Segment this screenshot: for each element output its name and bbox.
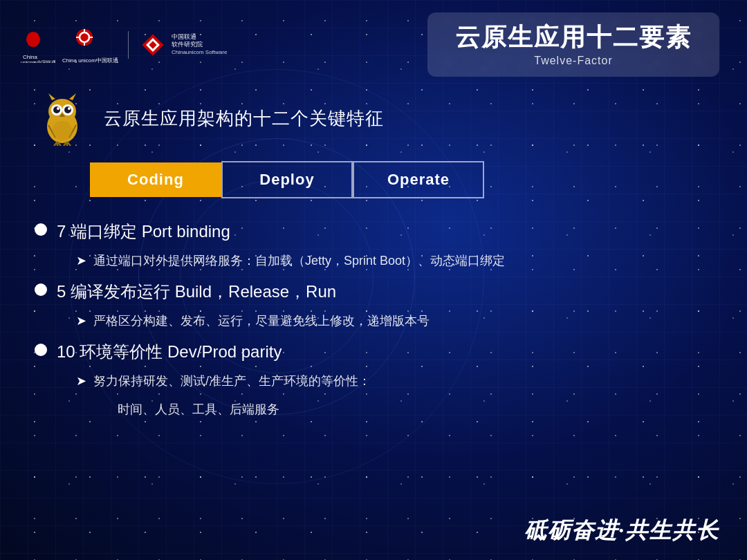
svg-marker-14 [48,93,55,100]
unicom-knot-icon: China unicom中国联通 [21,27,57,63]
bullet-list: 7 端口绑定 Port binding ➤ 通过端口对外提供网络服务：自加载（J… [35,219,712,419]
svg-text:China: China [23,54,37,60]
svg-text:unicom中国联通: unicom中国联通 [21,60,56,63]
header: China unicom中国联通 Ch [0,0,747,77]
tab-coding[interactable]: Coding [90,162,221,197]
svg-point-18 [53,106,60,113]
bullet-sub-1: ➤ 通过端口对外提供网络服务：自加载（Jetty，Sprint Boot）、动态… [76,251,712,271]
footer-slogan: 砥砺奋进·共生共长 [524,516,719,546]
title-box: 云原生应用十二要素 Twelve-Factor [427,12,719,77]
bullet-dot-3 [35,344,47,356]
arrow-icon-1: ➤ [76,253,86,268]
unicom-logo: China unicom中国联通 [21,27,57,63]
bullet-sub-text-3: 努力保持研发、测试/准生产、生产环境的等价性： [93,371,371,391]
bullet-dot-1 [35,223,47,236]
svg-point-25 [53,121,72,140]
logo-divider [128,31,129,59]
software-icon [138,30,167,59]
software-line3: Chinaunicom Software [172,49,227,56]
arrow-icon-2: ➤ [76,313,86,328]
main-content: 云原生应用架构的十二个关键特征 Coding Deploy Operate 7 … [0,77,747,441]
tab-deploy[interactable]: Deploy [221,161,353,198]
china-unicom-icon [73,26,107,60]
software-line2: 软件研究院 [172,41,227,49]
bullet-text-3: 10 环境等价性 Dev/Prod parity [57,339,282,364]
bullet-main-2: 5 编译发布运行 Build，Release，Run [35,279,712,304]
bullet-indent-3: 时间、人员、工具、后端服务 [118,400,712,420]
page-title: 云原生应用十二要素 [455,22,692,52]
subtitle-row: 云原生应用架构的十二个关键特征 [35,91,712,146]
list-item: 7 端口绑定 Port binding ➤ 通过端口对外提供网络服务：自加载（J… [35,219,712,271]
bullet-text-2: 5 编译发布运行 Build，Release，Run [57,279,336,304]
tab-operate[interactable]: Operate [353,161,484,198]
bullet-sub-2: ➤ 严格区分构建、发布、运行，尽量避免线上修改，递增版本号 [76,311,712,331]
page-subtitle-en: Twelve-Factor [455,55,692,67]
arrow-icon-3: ➤ [76,373,86,389]
unicom-brand: China unicom中国联通 [62,57,118,64]
list-item: 5 编译发布运行 Build，Release，Run ➤ 严格区分构建、发布、运… [35,279,712,331]
logo-area: China unicom中国联通 Ch [21,26,227,64]
list-item: 10 环境等价性 Dev/Prod parity ➤ 努力保持研发、测试/准生产… [35,339,712,420]
svg-point-19 [64,106,71,113]
bullet-sub-3: ➤ 努力保持研发、测试/准生产、生产环境的等价性： [76,371,712,391]
software-line1: 中国联通 [172,33,227,41]
svg-point-20 [57,107,59,110]
svg-marker-15 [69,93,76,100]
svg-point-21 [68,107,71,110]
bullet-indent-text-3: 时间、人员、工具、后端服务 [118,402,279,416]
page-subtitle-cn: 云原生应用架构的十二个关键特征 [104,106,384,131]
bullet-text-1: 7 端口绑定 Port binding [57,219,230,244]
software-logo: 中国联通 软件研究院 Chinaunicom Software [138,30,227,59]
owl-icon [35,91,90,146]
bullet-sub-text-1: 通过端口对外提供网络服务：自加载（Jetty，Sprint Boot）、动态端口… [93,251,505,271]
bullet-main-3: 10 环境等价性 Dev/Prod parity [35,339,712,364]
software-text-area: 中国联通 软件研究院 Chinaunicom Software [172,33,227,57]
bullet-main-1: 7 端口绑定 Port binding [35,219,712,244]
bullet-dot-2 [35,283,47,296]
category-tabs: Coding Deploy Operate [35,161,712,198]
bullet-sub-text-2: 严格区分构建、发布、运行，尽量避免线上修改，递增版本号 [93,311,430,331]
